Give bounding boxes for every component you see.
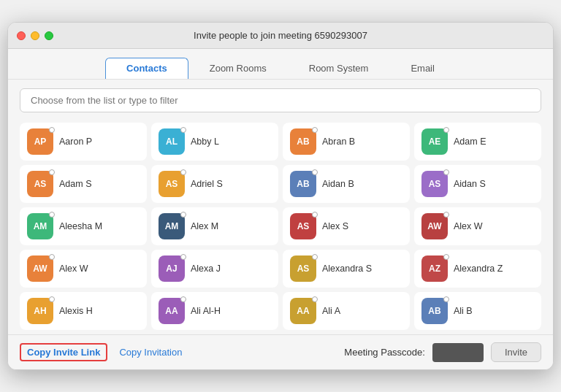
contact-card[interactable]: AMAlex M <box>151 207 278 245</box>
avatar-indicator <box>443 296 449 302</box>
avatar: AS <box>290 255 316 282</box>
avatar-indicator <box>443 212 449 218</box>
contact-card[interactable]: AMAleesha M <box>20 207 147 245</box>
contact-name: Ali A <box>322 306 340 316</box>
contact-name: Aleesha M <box>59 221 102 231</box>
footer-right: Meeting Passcode: Invite <box>344 342 541 362</box>
avatar-indicator <box>180 127 186 133</box>
avatar-indicator <box>49 127 55 133</box>
contact-name: Aaron P <box>59 137 92 147</box>
avatar: AA <box>159 298 185 324</box>
main-window: Invite people to join meeting 6590293007… <box>7 22 554 370</box>
contact-name: Alex W <box>454 221 483 231</box>
contact-name: Alexis H <box>59 306 93 316</box>
contact-card[interactable]: ABAidan B <box>283 165 410 203</box>
contact-name: Alex S <box>322 221 348 231</box>
maximize-button[interactable] <box>45 31 53 40</box>
avatar-indicator <box>49 254 55 260</box>
close-button[interactable] <box>17 31 26 40</box>
contact-card[interactable]: AHAlexis H <box>20 292 147 330</box>
tabs-bar: Contacts Zoom Rooms Room System Email <box>8 49 553 80</box>
window-title: Invite people to join meeting 6590293007 <box>194 30 367 41</box>
avatar: AM <box>27 213 53 239</box>
window-controls <box>17 31 53 40</box>
contacts-grid: APAaron PALAbby LABAbran BAEAdam EASAdam… <box>8 118 553 334</box>
contact-name: Adam S <box>59 179 91 189</box>
avatar: AW <box>27 255 53 282</box>
footer: Copy Invite Link Copy Invitation Meeting… <box>8 334 553 369</box>
avatar: AB <box>290 128 316 155</box>
contact-card[interactable]: AAAli Al-H <box>151 292 278 330</box>
contact-name: Adam E <box>454 137 486 147</box>
avatar-indicator <box>443 254 449 260</box>
contact-name: Adriel S <box>191 179 223 189</box>
contact-card[interactable]: AEAdam E <box>414 123 541 161</box>
avatar-indicator <box>49 212 55 218</box>
passcode-label: Meeting Passcode: <box>344 347 425 358</box>
contact-name: Alexandra Z <box>454 264 503 274</box>
avatar: AJ <box>159 255 185 282</box>
avatar: AS <box>159 171 185 197</box>
avatar-indicator <box>49 296 55 302</box>
contact-card[interactable]: AWAlex W <box>20 250 147 288</box>
avatar: AE <box>421 128 448 155</box>
avatar: AS <box>27 171 53 197</box>
avatar-indicator <box>443 127 449 133</box>
contact-card[interactable]: AWAlex W <box>414 207 541 245</box>
contact-name: Abran B <box>322 137 355 147</box>
contact-name: Ali B <box>454 306 473 316</box>
tab-room-system[interactable]: Room System <box>288 58 390 79</box>
contact-card[interactable]: ALAbby L <box>151 123 278 161</box>
contact-card[interactable]: ASAdam S <box>20 165 147 203</box>
avatar: AA <box>290 298 316 324</box>
avatar-indicator <box>312 254 318 260</box>
contact-name: Ali Al-H <box>191 306 221 316</box>
avatar: AM <box>159 213 185 239</box>
tab-contacts[interactable]: Contacts <box>105 58 188 79</box>
contact-card[interactable]: ABAbran B <box>283 123 410 161</box>
avatar-indicator <box>443 169 449 175</box>
invite-button[interactable]: Invite <box>491 342 541 362</box>
avatar: AS <box>421 171 448 197</box>
titlebar: Invite people to join meeting 6590293007 <box>8 23 553 49</box>
avatar-indicator <box>312 212 318 218</box>
contact-card[interactable]: ASAlex S <box>283 207 410 245</box>
search-bar <box>8 80 553 118</box>
contact-name: Aidan S <box>454 179 486 189</box>
avatar-indicator <box>180 254 186 260</box>
tab-email[interactable]: Email <box>389 58 456 79</box>
contact-name: Alex W <box>59 264 88 274</box>
avatar-indicator <box>180 296 186 302</box>
contact-card[interactable]: ABAli B <box>414 292 541 330</box>
contact-card[interactable]: AZAlexandra Z <box>414 250 541 288</box>
contact-card[interactable]: AJAlexa J <box>151 250 278 288</box>
avatar: AH <box>27 298 53 324</box>
avatar-indicator <box>312 169 318 175</box>
avatar: AP <box>27 128 53 155</box>
avatar-indicator <box>180 212 186 218</box>
avatar-indicator <box>312 127 318 133</box>
avatar: AL <box>159 128 185 155</box>
contact-card[interactable]: ASAlexandra S <box>283 250 410 288</box>
contact-name: Alexandra S <box>322 264 372 274</box>
contact-card[interactable]: ASAidan S <box>414 165 541 203</box>
avatar-indicator <box>180 169 186 175</box>
minimize-button[interactable] <box>31 31 39 40</box>
copy-invite-link-button[interactable]: Copy Invite Link <box>20 343 107 361</box>
avatar-indicator <box>49 169 55 175</box>
contact-card[interactable]: AAAli A <box>283 292 410 330</box>
tab-zoom-rooms[interactable]: Zoom Rooms <box>188 58 288 79</box>
passcode-field <box>432 343 484 362</box>
copy-invitation-button[interactable]: Copy Invitation <box>119 347 182 358</box>
contact-name: Aidan B <box>322 179 354 189</box>
avatar: AZ <box>421 255 448 282</box>
avatar: AB <box>421 298 448 324</box>
avatar: AS <box>290 213 316 239</box>
search-input[interactable] <box>20 88 541 112</box>
contact-name: Alex M <box>191 221 218 231</box>
avatar: AB <box>290 171 316 197</box>
contact-name: Abby L <box>191 137 219 147</box>
contact-card[interactable]: APAaron P <box>20 123 147 161</box>
contact-name: Alexa J <box>191 264 221 274</box>
contact-card[interactable]: ASAdriel S <box>151 165 278 203</box>
